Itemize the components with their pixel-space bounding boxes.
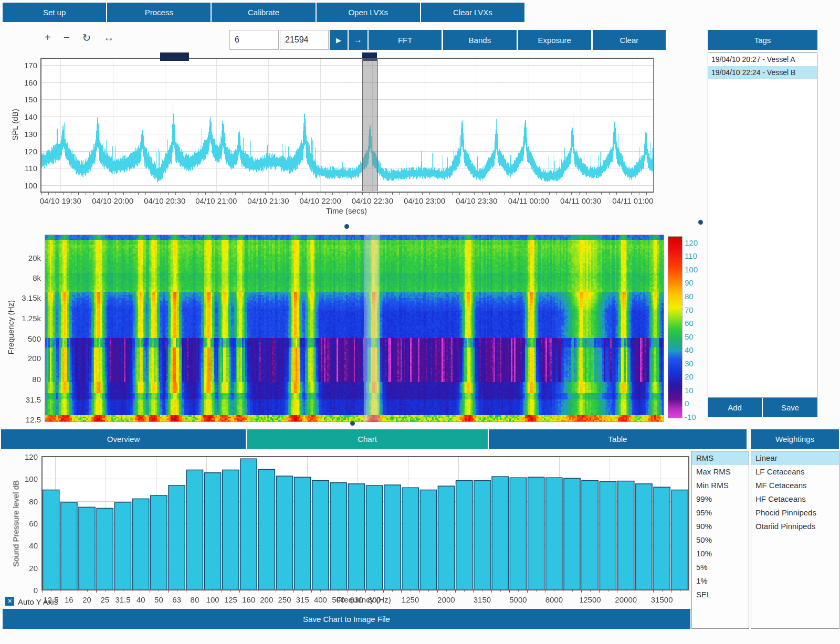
analysis-toolbar: FFTBandsExposureClear bbox=[369, 30, 666, 50]
spectrogram-y-tick: 1.25k bbox=[4, 314, 41, 323]
app-window: Set upProcessCalibrateOpen LVXsClear LVX… bbox=[0, 0, 840, 644]
toolbar-button-calibrate[interactable]: Calibrate bbox=[212, 3, 315, 22]
spectrogram-y-tick: 8k bbox=[4, 273, 41, 282]
tab-weightings[interactable]: Weightings bbox=[751, 429, 839, 449]
toolbar-button-process[interactable]: Process bbox=[107, 3, 211, 22]
statistic-item-10pct[interactable]: 10% bbox=[692, 547, 749, 561]
time-selection-band[interactable] bbox=[362, 58, 378, 191]
colorbar-tick-label: 90 bbox=[685, 278, 708, 287]
tag-list-item[interactable]: 19/04/10 20:27 - Vessel A bbox=[708, 53, 817, 66]
auto-y-axis-label: Auto Y Axis bbox=[18, 597, 58, 606]
spl-x-axis-title: Time (secs) bbox=[189, 206, 504, 215]
splitter-handle-top[interactable] bbox=[344, 224, 349, 229]
tag-list-item[interactable]: 19/04/10 22:24 - Vessel B bbox=[708, 66, 817, 79]
pan-horizontal-icon[interactable]: ↔ bbox=[103, 31, 114, 44]
band-level-bar-chart[interactable] bbox=[3, 449, 693, 610]
colorbar-tick-label: 0 bbox=[685, 399, 708, 408]
spectrogram-y-tick: 3.15k bbox=[4, 293, 41, 302]
tags-list: 19/04/10 20:27 - Vessel A19/04/10 22:24 … bbox=[708, 52, 817, 398]
spectrogram-chart[interactable] bbox=[45, 235, 664, 422]
toolbar-button-open-lvxs[interactable]: Open LVXs bbox=[317, 3, 420, 22]
spectrogram-y-axis-title: Frequency (Hz) bbox=[6, 275, 15, 380]
statistic-item-rms[interactable]: RMS bbox=[692, 451, 749, 465]
spl-y-axis-title: SPL (dB) bbox=[10, 83, 19, 167]
samples-input[interactable] bbox=[280, 30, 329, 50]
play-button[interactable]: ▶ bbox=[330, 30, 348, 50]
add-tag-button[interactable]: Add bbox=[708, 398, 762, 417]
colorbar-tick-label: -10 bbox=[685, 413, 708, 421]
toolbar-button-set-up[interactable]: Set up bbox=[3, 3, 106, 22]
main-toolbar: Set upProcessCalibrateOpen LVXsClear LVX… bbox=[3, 3, 524, 22]
chart-zoom-controls: + − ↻ ↔ bbox=[45, 31, 114, 44]
colorbar-tick-label: 30 bbox=[685, 359, 708, 368]
index-input[interactable] bbox=[229, 30, 279, 50]
colorbar-tick-label: 10 bbox=[685, 386, 708, 395]
zoom-out-icon[interactable]: − bbox=[64, 31, 70, 44]
colorbar-tick-label: 20 bbox=[685, 372, 708, 381]
save-tag-button[interactable]: Save bbox=[763, 398, 817, 417]
weighting-item[interactable]: Phocid Pinnipeds bbox=[751, 506, 839, 520]
tab-chart[interactable]: Chart bbox=[247, 429, 488, 449]
statistic-item-99pct[interactable]: 99% bbox=[692, 492, 749, 506]
colorbar-tick-label: 70 bbox=[685, 305, 708, 314]
colorbar-tick-label: 110 bbox=[685, 251, 708, 260]
toolbar-button-clear-lvxs[interactable]: Clear LVXs bbox=[421, 3, 524, 22]
weighting-item[interactable]: LF Cetaceans bbox=[751, 465, 839, 479]
spectrogram-y-tick: 31.5 bbox=[4, 395, 41, 404]
weightings-list: LinearLF CetaceansMF CetaceansHF Cetacea… bbox=[751, 451, 839, 629]
tags-header-button[interactable]: Tags bbox=[708, 30, 817, 50]
weighting-item[interactable]: Otariid Pinnipeds bbox=[751, 520, 839, 533]
weighting-item[interactable]: Linear bbox=[751, 451, 839, 465]
statistic-item-min-rms[interactable]: Min RMS bbox=[692, 479, 749, 492]
colorbar-tick-label: 100 bbox=[685, 265, 708, 274]
analysis-button-bands[interactable]: Bands bbox=[443, 30, 516, 50]
tab-table[interactable]: Table bbox=[489, 429, 747, 449]
colorbar-tick-label: 80 bbox=[685, 292, 708, 301]
weighting-item[interactable]: MF Cetaceans bbox=[751, 479, 839, 492]
spectrogram-y-tick: 500 bbox=[4, 334, 41, 343]
spl-timeseries-chart[interactable] bbox=[16, 57, 654, 215]
analysis-button-clear[interactable]: Clear bbox=[593, 30, 666, 50]
bar-y-axis-title: Sound Pressure level dB bbox=[12, 466, 20, 582]
spectrogram-y-tick: 200 bbox=[4, 354, 41, 363]
analysis-button-fft[interactable]: FFT bbox=[369, 30, 442, 50]
analysis-button-exposure[interactable]: Exposure bbox=[518, 30, 591, 50]
statistic-item-95pct[interactable]: 95% bbox=[692, 506, 749, 520]
colorbar-tick-label: 60 bbox=[685, 319, 708, 328]
spectrogram-selection-band[interactable] bbox=[364, 235, 380, 421]
tag-time-marker[interactable] bbox=[160, 52, 189, 61]
statistic-item-50pct[interactable]: 50% bbox=[692, 533, 749, 547]
statistic-item-1pct[interactable]: 1% bbox=[692, 574, 749, 588]
zoom-in-icon[interactable]: + bbox=[45, 31, 51, 44]
spectrogram-y-tick: 20k bbox=[4, 254, 41, 262]
spectrogram-colorbar bbox=[668, 236, 682, 418]
statistic-item-90pct[interactable]: 90% bbox=[692, 520, 749, 533]
auto-y-axis-checkbox[interactable]: ✕ bbox=[5, 597, 14, 606]
bottom-tab-bar: OverviewChartTableWeightings bbox=[0, 429, 840, 449]
splitter-handle-right[interactable] bbox=[698, 220, 703, 225]
colorbar-tick-label: 50 bbox=[685, 332, 708, 341]
reset-zoom-icon[interactable]: ↻ bbox=[82, 31, 91, 44]
spectrogram-y-tick: 12.5 bbox=[4, 415, 41, 424]
spectrogram-y-tick: 80 bbox=[4, 375, 41, 384]
statistic-item-sel[interactable]: SEL bbox=[692, 588, 749, 601]
statistic-item-5pct[interactable]: 5% bbox=[692, 561, 749, 574]
statistics-list: RMSMax RMSMin RMS99%95%90%50%10%5%1%SEL bbox=[691, 451, 749, 629]
tab-overview[interactable]: Overview bbox=[1, 429, 246, 449]
step-forward-button[interactable]: → bbox=[349, 30, 368, 50]
save-chart-button[interactable]: Save Chart to Image File bbox=[3, 609, 690, 629]
bar-x-axis-title: Frequency (Hz) bbox=[206, 595, 521, 604]
statistic-item-max-rms[interactable]: Max RMS bbox=[692, 465, 749, 479]
weighting-item[interactable]: HF Cetaceans bbox=[751, 492, 839, 506]
splitter-handle-bottom[interactable] bbox=[350, 421, 355, 426]
colorbar-tick-label: 40 bbox=[685, 345, 708, 354]
colorbar-tick-label: 120 bbox=[685, 238, 708, 247]
